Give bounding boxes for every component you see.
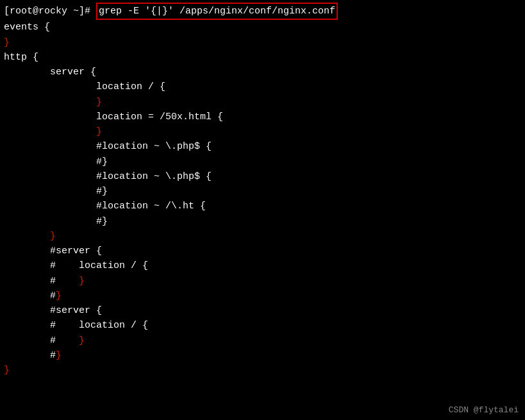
line-text: location / { [4, 80, 165, 94]
output-line: #server { [0, 244, 525, 258]
output-line: events { [0, 20, 525, 35]
line-text: } [79, 274, 85, 289]
output-line: } [0, 35, 525, 50]
output-line: # location / { [0, 258, 525, 273]
prompt: [root@rocky ~]# [4, 4, 96, 19]
watermark: CSDN @flytalei [449, 405, 519, 415]
line-text: # [4, 348, 56, 363]
line-text: # location / { [4, 258, 148, 273]
output-line: } [0, 95, 525, 110]
output-line: #location ~ \.php$ { [0, 139, 525, 154]
line-text: # location / { [4, 318, 148, 333]
output-line: } [0, 363, 525, 378]
output-line: #} [0, 289, 525, 303]
output-line: #location ~ \.php$ { [0, 169, 525, 184]
output-line: #} [0, 155, 525, 169]
line-text: # [4, 274, 79, 289]
line-text: #} [4, 214, 108, 229]
line-text: } [4, 363, 10, 378]
line-text: #server { [4, 303, 102, 318]
line-text: } [79, 333, 85, 348]
line-text: } [4, 229, 56, 244]
output-line: # } [0, 333, 525, 348]
output-line: http { [0, 50, 525, 65]
output-line: #} [0, 348, 525, 363]
line-text: # [4, 333, 79, 348]
line-text: #location ~ /\.ht { [4, 199, 206, 214]
line-text: server { [4, 65, 96, 80]
line-text: } [56, 289, 62, 303]
line-text: #location ~ \.php$ { [4, 169, 212, 184]
line-text: #} [4, 155, 108, 169]
command-input: grep -E '{|}' /apps/nginx/conf/nginx.con… [96, 3, 338, 20]
output-line: } [0, 229, 525, 244]
line-text: #location ~ \.php$ { [4, 139, 212, 154]
line-text: #} [4, 184, 108, 199]
line-text: } [56, 348, 62, 363]
line-text: # [4, 289, 56, 303]
line-text: } [4, 124, 102, 139]
line-text: } [4, 95, 102, 110]
output-line: #} [0, 214, 525, 229]
line-text: #server { [4, 244, 102, 258]
output-line: #location ~ /\.ht { [0, 199, 525, 214]
line-text: location = /50x.html { [4, 110, 223, 124]
output-line: location / { [0, 80, 525, 94]
command-line: [root@rocky ~]# grep -E '{|}' /apps/ngin… [0, 3, 525, 20]
output-line: #server { [0, 303, 525, 318]
output-line: } [0, 124, 525, 139]
line-text: http { [4, 50, 38, 65]
output-line: server { [0, 65, 525, 80]
line-text: events { [4, 20, 50, 35]
terminal-window: [root@rocky ~]# grep -E '{|}' /apps/ngin… [0, 0, 525, 420]
output-line: location = /50x.html { [0, 110, 525, 124]
output-line: #} [0, 184, 525, 199]
output-line: # } [0, 274, 525, 289]
output-line: # location / { [0, 318, 525, 333]
line-text: } [4, 35, 10, 50]
